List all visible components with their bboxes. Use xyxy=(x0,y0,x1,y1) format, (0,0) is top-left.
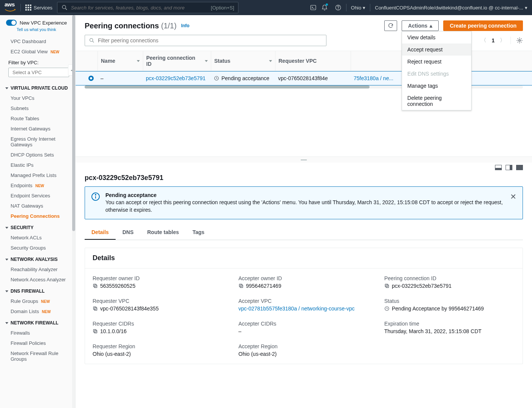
layout-full-icon[interactable] xyxy=(516,165,523,170)
field-accepter-vpc: Accepter VPC vpc-02781b5575fe3180a / net… xyxy=(238,298,369,312)
tab-route-tables[interactable]: Route tables xyxy=(140,225,186,240)
svg-rect-27 xyxy=(94,330,97,333)
sidebar-item-dashboard[interactable]: VPC Dashboard xyxy=(0,36,75,47)
menu-accept-request[interactable]: Accept request xyxy=(402,43,471,56)
search-shortcut: [Option+S] xyxy=(211,5,234,11)
sidebar-item-igw[interactable]: Internet Gateways xyxy=(0,124,75,134)
vpc-experience-toggle[interactable] xyxy=(6,20,17,26)
col-name[interactable]: Name xyxy=(97,51,143,71)
svg-point-5 xyxy=(338,9,338,9)
tab-details[interactable]: Details xyxy=(85,225,116,240)
col-pid[interactable]: Peering connection ID xyxy=(143,51,211,71)
filter-vpc-input[interactable] xyxy=(8,68,69,77)
sidebar-item-route-tables[interactable]: Route Tables xyxy=(0,113,75,124)
copy-icon[interactable] xyxy=(93,283,98,289)
search-icon xyxy=(89,37,95,43)
actions-button[interactable]: Actions ▴ xyxy=(402,20,439,31)
filter-input[interactable] xyxy=(85,35,326,46)
section-analysis[interactable]: NETWORK ANALYSIS xyxy=(0,253,75,264)
tab-tags[interactable]: Tags xyxy=(186,225,212,240)
svg-line-12 xyxy=(93,41,94,42)
sidebar-item-egress-igw[interactable]: Egress Only Internet Gateways xyxy=(0,134,75,150)
pagination: 〈 1 〉 xyxy=(481,37,523,44)
actions-label: Actions xyxy=(408,23,427,29)
col-status[interactable]: Status xyxy=(211,51,275,71)
divider xyxy=(370,4,370,11)
account-label: ConfluentCOPSAdminRole/dwittekind@conflu… xyxy=(375,5,523,11)
sidebar-item-peering[interactable]: Peering Connections xyxy=(0,211,75,221)
sidebar-item-firewalls[interactable]: Firewalls xyxy=(0,328,75,338)
field-requester-cidrs: Requester CIDRs 10.1.0.0/16 xyxy=(93,321,223,334)
region-selector[interactable]: Ohio ▾ xyxy=(351,5,365,11)
services-button[interactable]: Services xyxy=(25,5,53,11)
sidebar-item-endpoint-services[interactable]: Endpoint Services xyxy=(0,191,75,201)
account-menu[interactable]: ConfluentCOPSAdminRole/dwittekind@conflu… xyxy=(375,5,527,11)
cell-pid[interactable]: pcx-03229c52eb73e5791 xyxy=(146,75,206,81)
page-title: Peering connections (1/1) xyxy=(85,22,176,30)
sidebar-item-domain-lists[interactable]: Domain Lists New xyxy=(0,306,75,316)
filter-field[interactable] xyxy=(98,37,322,43)
field-pcx-id: Peering connection ID pcx-03229c52eb73e5… xyxy=(384,275,515,289)
menu-manage-tags[interactable]: Manage tags xyxy=(402,80,471,92)
sidebar-item-nat-gateways[interactable]: NAT Gateways xyxy=(0,201,75,211)
layout-side-icon[interactable] xyxy=(506,165,512,170)
sidebar-item-firewall-policies[interactable]: Firewall Policies xyxy=(0,338,75,348)
copy-icon[interactable] xyxy=(93,306,98,311)
sidebar-item-endpoints[interactable]: Endpoints New xyxy=(0,180,75,191)
sidebar-scrollbar[interactable] xyxy=(72,15,75,408)
cloudshell-icon[interactable] xyxy=(310,4,317,11)
section-security[interactable]: SECURITY xyxy=(0,221,75,233)
copy-icon[interactable] xyxy=(238,283,244,289)
sidebar-item-reachability[interactable]: Reachability Analyzer xyxy=(0,264,75,275)
sidebar-item-elastic-ips[interactable]: Elastic IPs xyxy=(0,160,75,170)
tab-dns[interactable]: DNS xyxy=(116,225,141,240)
alert-title: Pending acceptance xyxy=(105,192,505,198)
section-dnsfw[interactable]: DNS FIREWALL xyxy=(0,285,75,296)
sidebar-item-prefix-lists[interactable]: Managed Prefix Lists xyxy=(0,170,75,180)
feedback-link[interactable]: Tell us what you think xyxy=(0,27,75,36)
section-vpc[interactable]: VIRTUAL PRIVATE CLOUD xyxy=(0,82,75,93)
menu-edit-dns: Edit DNS settings xyxy=(402,68,471,80)
sidebar-item-access-analyzer[interactable]: Network Access Analyzer xyxy=(0,275,75,285)
close-icon[interactable]: ✕ xyxy=(510,192,517,214)
copy-icon[interactable] xyxy=(93,329,98,334)
clock-icon xyxy=(384,306,390,311)
help-icon[interactable] xyxy=(335,4,342,11)
sidebar-item-your-vpcs[interactable]: Your VPCs xyxy=(0,93,75,103)
notification-dot xyxy=(326,3,328,6)
section-netfw[interactable]: NETWORK FIREWALL xyxy=(0,316,75,328)
sidebar-item-ec2global[interactable]: EC2 Global View New xyxy=(0,47,75,57)
sidebar-item-fw-rule-groups[interactable]: Network Firewall Rule Groups xyxy=(0,348,75,364)
page-next[interactable]: 〉 xyxy=(500,37,505,44)
layout-bottom-icon[interactable] xyxy=(495,165,502,170)
global-search[interactable]: [Option+S] xyxy=(57,2,238,13)
divider xyxy=(20,4,21,11)
refresh-button[interactable] xyxy=(384,20,397,31)
menu-view-details[interactable]: View details xyxy=(402,31,471,43)
sidebar-item-subnets[interactable]: Subnets xyxy=(0,103,75,113)
caret-down-icon: ▾ xyxy=(525,5,527,11)
menu-delete-peering[interactable]: Delete peering connection xyxy=(402,92,471,110)
aws-logo[interactable]: aws xyxy=(5,1,16,14)
sidebar-item-nacls[interactable]: Network ACLs xyxy=(0,233,75,243)
toggle-label: New VPC Experience xyxy=(20,20,67,26)
split-handle[interactable] xyxy=(76,157,532,163)
col-reqvpc[interactable]: Requester VPC xyxy=(275,51,351,71)
filter-vpc-field[interactable] xyxy=(12,70,76,75)
create-peering-button[interactable]: Create peering connection xyxy=(443,20,523,31)
copy-icon[interactable] xyxy=(384,283,390,289)
svg-rect-18 xyxy=(94,285,97,288)
gear-icon[interactable] xyxy=(516,37,523,44)
info-link[interactable]: Info xyxy=(181,23,189,28)
sidebar-item-security-groups[interactable]: Security Groups xyxy=(0,243,75,253)
page-prev[interactable]: 〈 xyxy=(481,37,486,44)
row-radio[interactable] xyxy=(88,76,94,81)
menu-reject-request[interactable]: Reject request xyxy=(402,56,471,68)
field-status: Status Pending Acceptance by 99564627146… xyxy=(384,298,515,312)
sidebar-item-dhcp[interactable]: DHCP Options Sets xyxy=(0,150,75,160)
search-input[interactable] xyxy=(71,5,208,11)
svg-rect-21 xyxy=(239,284,242,287)
sidebar-item-rule-groups[interactable]: Rule Groups New xyxy=(0,296,75,306)
details-card: Details Requester owner ID 563559260525 … xyxy=(85,248,523,364)
cell-accvpc[interactable]: 75fe3180a / ne... xyxy=(354,75,393,81)
